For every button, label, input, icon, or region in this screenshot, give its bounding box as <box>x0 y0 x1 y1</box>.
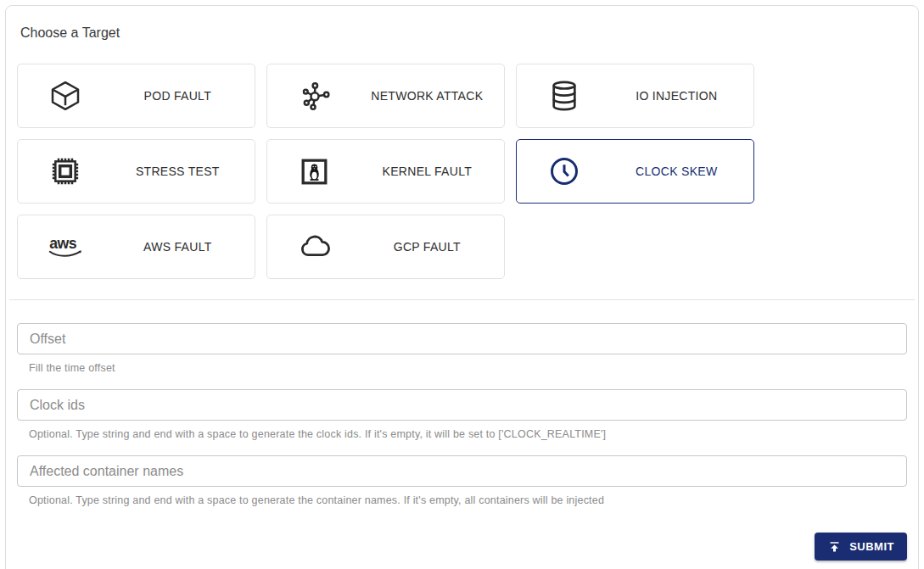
target-card-label: GCP FAULT <box>362 240 504 254</box>
target-card-label: POD FAULT <box>113 89 255 103</box>
svg-text:aws: aws <box>49 235 77 252</box>
clock-ids-helper-text: Optional. Type string and end with a spa… <box>29 428 907 440</box>
target-card-label: STRESS TEST <box>113 165 255 178</box>
offset-helper-text: Fill the time offset <box>29 362 907 374</box>
offset-field-group: Fill the time offset <box>17 323 907 374</box>
cube-icon <box>18 79 113 113</box>
target-card-label: KERNEL FAULT <box>362 165 504 178</box>
container-names-helper-text: Optional. Type string and end with a spa… <box>29 494 907 506</box>
submit-button[interactable]: SUBMIT <box>815 533 907 561</box>
target-card-kernel-fault[interactable]: KERNEL FAULT <box>266 139 505 204</box>
cloud-icon <box>267 229 362 265</box>
target-card-label: IO INJECTION <box>612 89 753 103</box>
aws-logo-icon: aws <box>18 233 113 260</box>
target-card-gcp-fault[interactable]: GCP FAULT <box>266 215 505 279</box>
choose-target-panel: Choose a Target POD FAULT <box>5 5 919 569</box>
network-icon <box>267 79 362 113</box>
target-card-clock-skew[interactable]: CLOCK SKEW <box>516 139 754 204</box>
container-names-input[interactable] <box>17 455 907 487</box>
submit-label: SUBMIT <box>849 540 894 553</box>
penguin-icon <box>267 154 362 189</box>
offset-input[interactable] <box>17 323 907 354</box>
database-icon <box>517 79 612 113</box>
clock-skew-form: Fill the time offset Optional. Type stri… <box>17 323 907 561</box>
section-divider <box>9 299 915 300</box>
clock-ids-field-group: Optional. Type string and end with a spa… <box>17 389 907 440</box>
target-card-aws-fault[interactable]: aws AWS FAULT <box>17 215 255 279</box>
target-grid: POD FAULT NETWORK ATTACK <box>17 64 907 279</box>
container-names-field-group: Optional. Type string and end with a spa… <box>17 455 907 506</box>
target-card-pod-fault[interactable]: POD FAULT <box>17 64 255 128</box>
page-title: Choose a Target <box>20 25 907 41</box>
submit-row: SUBMIT <box>17 533 907 561</box>
target-card-network-attack[interactable]: NETWORK ATTACK <box>266 64 505 128</box>
target-card-label: CLOCK SKEW <box>612 165 753 178</box>
chip-icon <box>18 154 113 188</box>
clock-icon <box>517 154 612 188</box>
publish-icon <box>827 539 842 554</box>
target-card-stress-test[interactable]: STRESS TEST <box>17 139 255 204</box>
target-card-io-injection[interactable]: IO INJECTION <box>516 64 754 128</box>
clock-ids-input[interactable] <box>17 389 907 421</box>
target-card-label: AWS FAULT <box>113 240 255 254</box>
target-card-label: NETWORK ATTACK <box>362 89 504 103</box>
